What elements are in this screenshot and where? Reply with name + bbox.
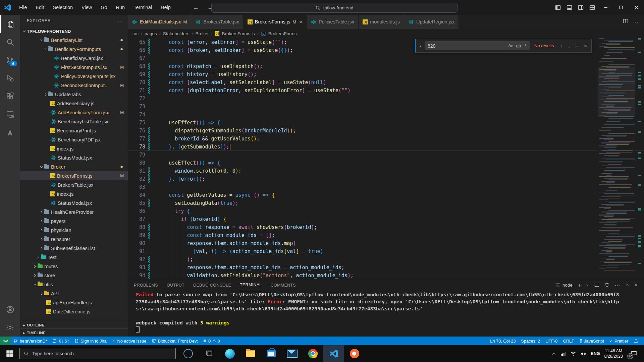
tab-policiestable-jsx[interactable]: PoliciesTable.jsx [307,15,359,29]
tree-item-benefificiarypdf-jsx[interactable]: BenefificiaryPDF.jsx [20,135,128,144]
tab-close-icon[interactable]: × [299,19,302,25]
tree-item-beneficiaryprint-js[interactable]: JSBeneficiaryPrint.js [20,126,128,135]
tree-item-utils[interactable]: utils [20,280,128,289]
tab-updateregion-jsx[interactable]: UpdateRegion.jsx [404,15,459,29]
breadcrumb-item[interactable]: Stakeholders [163,31,190,36]
status-remote-indicator[interactable]: >< [0,337,11,345]
find-close-icon[interactable]: × [583,43,588,49]
code-line-80[interactable]: 80 useEffect(() => { [128,159,644,167]
menu-edit[interactable]: Edit [31,0,48,15]
whole-word-toggle[interactable]: ab [515,43,522,49]
panel-action-chevron-down[interactable] [586,283,589,288]
find-in-selection-icon[interactable]: ≡ [575,43,580,49]
layout-grid[interactable] [586,0,598,15]
layout-sidebar-right[interactable] [575,0,586,15]
code-editor[interactable]: 65 const [error, setError] = useState(""… [128,38,644,279]
menu-go[interactable]: Go [96,0,111,15]
taskbar-app-mail[interactable] [282,345,303,362]
taskbar-app-edge[interactable] [219,345,240,362]
code-line-75[interactable]: 75 useEffect(() => { [128,119,644,127]
breadcrumb-file[interactable]: BrokersForms.js [222,31,255,36]
status-encoding[interactable]: UTF-8 [543,337,560,345]
status-cursor-position[interactable]: Ln 78, Col 23 [487,337,518,345]
code-line-74[interactable]: 74 [128,111,644,119]
code-line-78[interactable]: 78 }, [getSubmodules]); [128,143,644,151]
tree-item-subbeneficiarieslist[interactable]: SubBeneficiariesList [20,244,128,253]
editor-action-more[interactable]: ⋯ [633,19,639,25]
code-line-79[interactable]: 79 [128,151,644,159]
tree-item-store[interactable]: store [20,271,128,280]
tree-item-physician[interactable]: physician [20,226,128,235]
timeline-section[interactable]: ▸ TIMELINE [20,328,128,337]
taskbar-search[interactable]: Type here to search [19,348,176,359]
code-line-89[interactable]: 89 const action_module_ids = []; [128,231,644,239]
code-line-93[interactable]: 93 response.item.action_module_ids = act… [128,263,644,272]
code-line-92[interactable]: 92 ); [128,255,644,263]
status-jira-signin[interactable]: Sign in to Jira [72,337,109,345]
maximize-button[interactable] [613,0,629,15]
code-line-90[interactable]: 90 response.item.action_module_ids.map( [128,239,644,247]
panel-action-close[interactable]: × [635,282,638,288]
code-line-72[interactable]: 72 [128,95,644,103]
breadcrumb[interactable]: src›pages›Stakeholders›Broker›JSBrokersF… [128,29,644,38]
panel-action-more[interactable]: ⋯ [614,282,620,288]
code-line-70[interactable]: 70 const [selectLabel, setSelectLabel] =… [128,78,644,86]
tree-item-test[interactable]: Test [20,253,128,262]
panel-action-split-panel[interactable] [594,282,599,288]
panel-tab-problems[interactable]: PROBLEMS [134,279,158,291]
taskbar-app-store[interactable] [261,345,282,362]
taskbar-app-file-explorer[interactable] [240,345,261,362]
tree-item-statusmodal-jsx[interactable]: StatusModal.jsx [20,198,128,207]
code-line-87[interactable]: 87 if (brokerId) { [128,215,644,223]
editor-action-split-editor[interactable] [623,18,628,25]
terminal-output[interactable]: Failed to parse source map from 'C:\User… [136,291,641,335]
menu-selection[interactable]: Selection [48,0,77,15]
activity-atlassian[interactable] [0,123,20,141]
find-expand-chevron-icon[interactable] [419,44,422,48]
code-line-85[interactable]: 85 setLoadingData(true); [128,199,644,207]
find-input[interactable] [427,43,507,49]
menu-terminal[interactable]: Terminal [129,0,156,15]
panel-tab-debug-console[interactable]: DEBUG CONSOLE [193,279,231,291]
close-button[interactable] [629,0,644,15]
tree-item-beneficiarylisttable-jsx[interactable]: BeneficiaryListTable.jsx [20,117,128,126]
tree-item-apierrorhandler-js[interactable]: JSapiErrorHandler.js [20,298,128,307]
find-next-icon[interactable]: ↓ [567,43,572,49]
breadcrumb-symbol[interactable]: BrokersForms [268,31,297,36]
tree-item-addbeneficiaryform-jsx[interactable]: AddBeneficiaryForm.jsxM [20,108,128,117]
terminal-shell-label[interactable]: node [555,283,573,288]
match-case-toggle[interactable]: Aa [507,43,515,49]
tree-item-datedifference-js[interactable]: JSDateDifference.js [20,307,128,316]
tree-item-payers[interactable]: payers [20,217,128,226]
activity-extensions[interactable] [0,87,20,105]
code-line-82[interactable]: 82 }, [error]); [128,175,644,183]
tree-item-policycoverageinputs-jsx[interactable]: PolicyCoverageInputs.jsx [20,72,128,81]
code-line-68[interactable]: 68 const dispatch = useDispatch(); [128,62,644,70]
code-line-69[interactable]: 69 const history = useHistory(); [128,70,644,78]
code-line-73[interactable]: 73 [128,103,644,111]
activity-explorer[interactable] [0,15,20,33]
minimap[interactable] [598,38,635,279]
status-git-branch[interactable]: betaVersionD* [11,337,50,345]
taskbar-app-postman[interactable] [344,345,365,362]
arrow-left-icon[interactable]: ← [193,5,199,10]
status-notifications[interactable] [631,337,641,345]
activity-accounts[interactable] [0,300,20,318]
activity-run-debug[interactable] [0,69,20,87]
wifi-icon[interactable] [570,351,576,356]
tree-item-api[interactable]: API [20,289,128,298]
tree-item-updatetabs[interactable]: UpdateTabs [20,90,128,99]
breadcrumb-item[interactable]: Broker [196,31,209,36]
tree-item-addbeneficiary-js[interactable]: JSAddBeneficiary.js [20,99,128,108]
status-bitbucket[interactable]: Bitbucket: Front Dev: [149,337,200,345]
status-active-issue[interactable]: No active issue [109,337,149,345]
breadcrumb-item[interactable]: pages [145,31,157,36]
tree-item-healthcareprovider[interactable]: HealthCareProvider [20,207,128,217]
taskbar-app-task-view[interactable] [199,345,219,362]
activity-search[interactable] [0,33,20,51]
status-git-sync[interactable]: 0↓ 6↑ [50,337,72,345]
tree-item-brokerstable-jsx[interactable]: BrokersTable.jsx [20,180,128,189]
find-previous-icon[interactable]: ↑ [559,43,564,49]
clock[interactable]: 11:46 AM 8/28/2023 [604,348,623,359]
code-line-86[interactable]: 86 try { [128,207,644,215]
